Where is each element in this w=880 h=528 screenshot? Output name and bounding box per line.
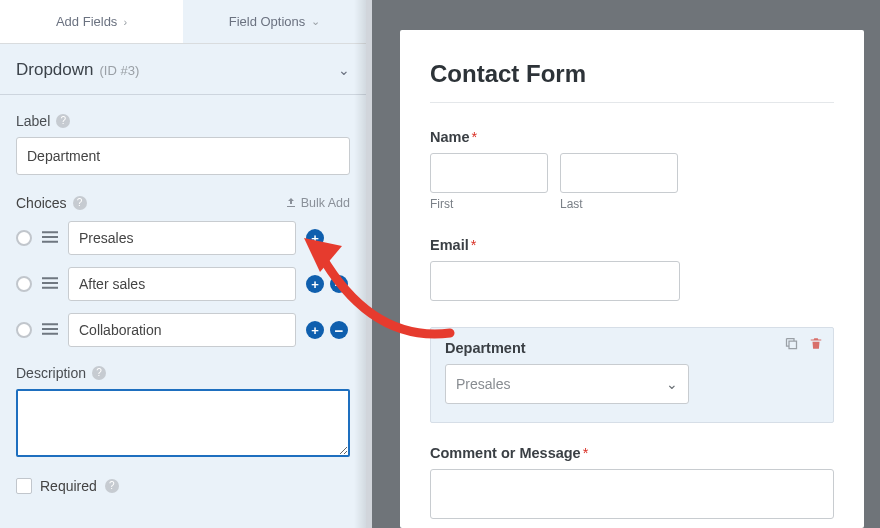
field-name[interactable]: Name* First Last	[430, 129, 834, 211]
choice-default-radio[interactable]	[16, 230, 32, 246]
chevron-right-icon: ›	[123, 16, 127, 28]
choice-input[interactable]	[68, 267, 296, 301]
choice-row: + −	[16, 267, 350, 301]
help-icon[interactable]: ?	[92, 366, 106, 380]
field-label-input[interactable]	[16, 137, 350, 175]
field-email[interactable]: Email*	[430, 237, 834, 301]
email-label: Email	[430, 237, 469, 253]
comment-label: Comment or Message	[430, 445, 581, 461]
choice-input[interactable]	[68, 221, 296, 255]
remove-choice-button[interactable]: −	[330, 275, 348, 293]
drag-handle-icon[interactable]	[42, 230, 58, 247]
field-type-title: Dropdown	[16, 60, 94, 80]
trash-icon[interactable]	[809, 336, 823, 351]
required-star-icon: *	[472, 129, 478, 145]
add-choice-button[interactable]: +	[306, 229, 324, 247]
comment-input[interactable]	[430, 469, 834, 519]
last-sublabel: Last	[560, 197, 678, 211]
first-name-input[interactable]	[430, 153, 548, 193]
builder-sidebar: Add Fields › Field Options ⌄ Dropdown (I…	[0, 0, 372, 528]
choice-row: +	[16, 221, 350, 255]
add-choice-button[interactable]: +	[306, 275, 324, 293]
chevron-down-icon: ⌄	[311, 15, 320, 28]
choice-row: + −	[16, 313, 350, 347]
form-canvas: Contact Form Name* First Last	[400, 30, 864, 528]
name-label: Name	[430, 129, 470, 145]
department-selected-value: Presales	[456, 376, 510, 392]
bulk-add-label: Bulk Add	[301, 196, 350, 210]
choice-default-radio[interactable]	[16, 322, 32, 338]
required-star-icon: *	[471, 237, 477, 253]
upload-icon	[285, 197, 297, 209]
chevron-down-icon: ⌄	[666, 376, 678, 392]
drag-handle-icon[interactable]	[42, 322, 58, 339]
description-input[interactable]	[16, 389, 350, 457]
tab-field-options[interactable]: Field Options ⌄	[183, 0, 366, 43]
divider	[430, 102, 834, 103]
tab-label: Field Options	[229, 14, 306, 29]
form-title: Contact Form	[430, 60, 834, 88]
required-checkbox[interactable]	[16, 478, 32, 494]
tab-label: Add Fields	[56, 14, 117, 29]
field-department-selected[interactable]: Department Presales ⌄	[430, 327, 834, 423]
field-section-head[interactable]: Dropdown (ID #3) ⌄	[0, 44, 366, 95]
help-icon[interactable]: ?	[105, 479, 119, 493]
add-choice-button[interactable]: +	[306, 321, 324, 339]
remove-choice-button[interactable]: −	[330, 321, 348, 339]
bulk-add-button[interactable]: Bulk Add	[285, 196, 350, 210]
first-sublabel: First	[430, 197, 548, 211]
help-icon[interactable]: ?	[73, 196, 87, 210]
builder-tabs: Add Fields › Field Options ⌄	[0, 0, 366, 44]
label-label: Label	[16, 113, 50, 129]
department-label: Department	[445, 340, 819, 356]
last-name-input[interactable]	[560, 153, 678, 193]
drag-handle-icon[interactable]	[42, 276, 58, 293]
field-comment[interactable]: Comment or Message*	[430, 445, 834, 519]
duplicate-icon[interactable]	[784, 336, 799, 351]
email-input[interactable]	[430, 261, 680, 301]
tab-add-fields[interactable]: Add Fields ›	[0, 0, 183, 43]
choices-label: Choices	[16, 195, 67, 211]
choice-default-radio[interactable]	[16, 276, 32, 292]
chevron-down-icon: ⌄	[338, 62, 350, 78]
choice-input[interactable]	[68, 313, 296, 347]
help-icon[interactable]: ?	[56, 114, 70, 128]
required-label: Required	[40, 478, 97, 494]
description-label: Description	[16, 365, 86, 381]
department-select[interactable]: Presales ⌄	[445, 364, 689, 404]
field-id-tag: (ID #3)	[100, 63, 140, 78]
required-star-icon: *	[583, 445, 589, 461]
preview-area: Contact Form Name* First Last	[372, 0, 880, 528]
